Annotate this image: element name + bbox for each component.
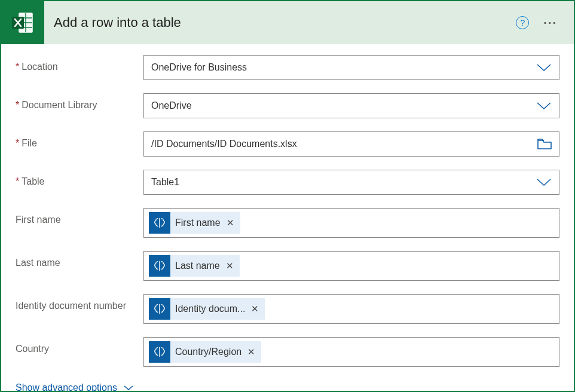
- ai-token-icon: [149, 341, 170, 363]
- label-location: Location: [16, 55, 143, 74]
- label-lastname: Last name: [16, 251, 143, 270]
- token-label: Country/Region: [175, 347, 241, 357]
- label-iddoc: Identity document number: [16, 294, 143, 313]
- row-iddoc: Identity document number Identity docum.…: [16, 294, 559, 324]
- excel-icon: [1, 1, 44, 44]
- token-remove-icon[interactable]: ✕: [250, 304, 259, 314]
- value-file: /ID Documents/ID Documents.xlsx: [151, 139, 537, 149]
- action-card: Add a row into a table ? ··· Location On…: [0, 0, 575, 392]
- value-location: OneDrive for Business: [151, 62, 536, 73]
- input-lastname[interactable]: Last name ✕: [143, 251, 559, 281]
- ai-token-icon: [149, 255, 170, 277]
- ai-token-icon: [149, 212, 170, 234]
- row-table: Table Table1: [16, 170, 559, 195]
- chevron-down-icon: [123, 385, 134, 391]
- label-firstname: First name: [16, 208, 143, 226]
- row-firstname: First name First name ✕: [16, 208, 559, 238]
- token-label: First name: [175, 218, 221, 228]
- row-lastname: Last name Last name ✕: [16, 251, 559, 281]
- chevron-down-icon: [536, 63, 552, 72]
- label-table: Table: [16, 170, 143, 188]
- card-title: Add a row into a table: [44, 15, 516, 30]
- token-remove-icon[interactable]: ✕: [246, 347, 255, 357]
- label-library: Document Library: [16, 93, 143, 112]
- dropdown-location[interactable]: OneDrive for Business: [143, 55, 559, 80]
- token-iddoc[interactable]: Identity docum... ✕: [149, 298, 265, 320]
- help-icon[interactable]: ?: [516, 16, 529, 29]
- dropdown-table[interactable]: Table1: [143, 170, 559, 195]
- more-menu-icon[interactable]: ···: [543, 17, 557, 29]
- token-firstname[interactable]: First name ✕: [149, 212, 240, 234]
- card-header: Add a row into a table ? ···: [1, 1, 574, 44]
- token-label: Last name: [175, 261, 220, 271]
- token-remove-icon[interactable]: ✕: [225, 218, 234, 228]
- token-lastname[interactable]: Last name ✕: [149, 255, 240, 277]
- chevron-down-icon: [536, 178, 552, 186]
- row-file: File /ID Documents/ID Documents.xlsx: [16, 131, 559, 157]
- token-remove-icon[interactable]: ✕: [225, 261, 234, 271]
- value-library: OneDrive: [151, 100, 536, 111]
- token-label: Identity docum...: [175, 304, 245, 314]
- value-table: Table1: [151, 177, 536, 188]
- advanced-label: Show advanced options: [16, 382, 117, 392]
- input-iddoc[interactable]: Identity docum... ✕: [143, 294, 559, 324]
- header-actions: ? ···: [516, 16, 574, 29]
- input-file[interactable]: /ID Documents/ID Documents.xlsx: [143, 131, 559, 157]
- show-advanced-options[interactable]: Show advanced options: [16, 382, 559, 392]
- card-body: Location OneDrive for Business Document …: [1, 44, 574, 392]
- label-country: Country: [16, 337, 143, 356]
- row-country: Country Country/Region ✕: [16, 337, 559, 367]
- token-country[interactable]: Country/Region ✕: [149, 341, 261, 363]
- row-library: Document Library OneDrive: [16, 93, 559, 118]
- input-country[interactable]: Country/Region ✕: [143, 337, 559, 367]
- chevron-down-icon: [536, 102, 552, 110]
- label-file: File: [16, 131, 143, 150]
- ai-token-icon: [149, 298, 170, 320]
- row-location: Location OneDrive for Business: [16, 55, 559, 80]
- folder-icon[interactable]: [537, 138, 552, 150]
- dropdown-library[interactable]: OneDrive: [143, 93, 559, 118]
- input-firstname[interactable]: First name ✕: [143, 208, 559, 238]
